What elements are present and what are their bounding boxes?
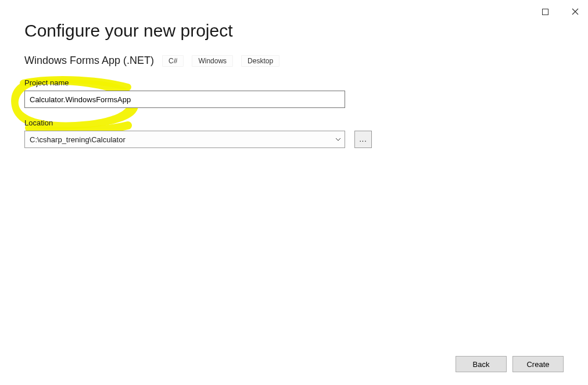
chevron-down-icon[interactable] bbox=[333, 131, 342, 147]
restore-window-icon[interactable] bbox=[537, 3, 553, 20]
close-window-icon[interactable] bbox=[567, 3, 583, 20]
location-label: Location bbox=[24, 118, 564, 127]
project-name-input[interactable] bbox=[24, 91, 345, 108]
page-title: Configure your new project bbox=[24, 21, 564, 41]
template-name: Windows Forms App (.NET) bbox=[24, 55, 154, 67]
tag-platform: Windows bbox=[192, 55, 233, 67]
browse-location-button[interactable]: ... bbox=[354, 131, 372, 148]
svg-rect-0 bbox=[542, 9, 548, 15]
create-button[interactable]: Create bbox=[512, 356, 564, 372]
back-button[interactable]: Back bbox=[456, 356, 507, 372]
tag-type: Desktop bbox=[241, 55, 279, 67]
location-value: C:\csharp_trening\Calculator bbox=[30, 135, 126, 144]
project-name-label: Project name bbox=[24, 78, 564, 87]
tag-language: C# bbox=[162, 55, 184, 67]
template-info-row: Windows Forms App (.NET) C# Windows Desk… bbox=[24, 55, 564, 67]
location-combobox[interactable]: C:\csharp_trening\Calculator bbox=[24, 131, 345, 148]
